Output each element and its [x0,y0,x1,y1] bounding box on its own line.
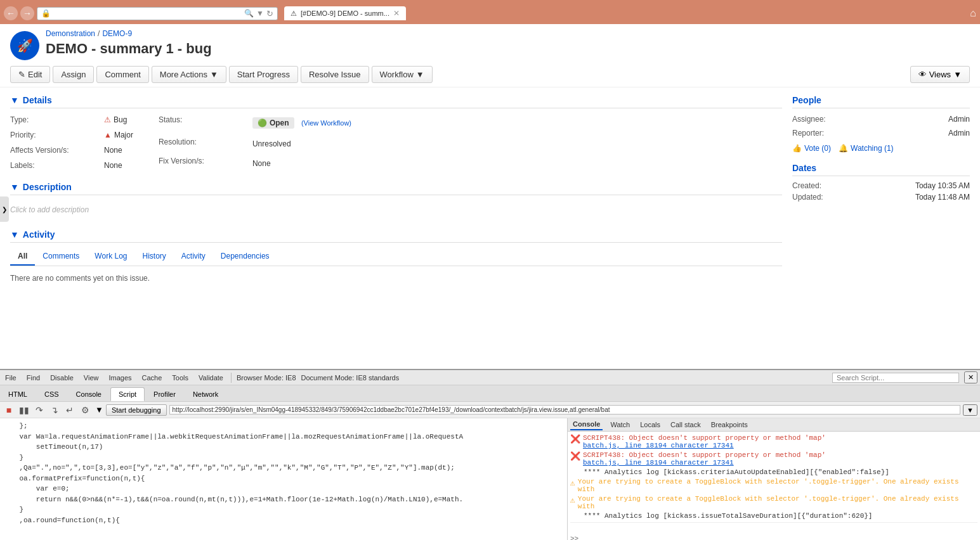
refresh-button[interactable]: ↻ [266,9,273,18]
priority-label: Priority: [10,129,99,141]
status-value: 🟢 Open (View Workflow) [252,113,351,133]
code-line-1: }; [3,421,565,432]
more-actions-label: More Actions [160,70,207,79]
sidebar-toggle[interactable]: ❯ [0,196,9,222]
devtools-settings-button[interactable]: ⚙ [79,404,91,416]
console-warn-1: Your are trying to create a ToggleBlock … [578,478,977,493]
tab-activity[interactable]: Activity [174,248,213,266]
devtools-tab-css[interactable]: CSS [36,387,67,401]
console-error-link-1[interactable]: batch.js, line 18194 character 17341 [583,442,734,449]
devtools-step-out-button[interactable]: ↵ [63,404,76,416]
affects-label: Affects Version/s: [10,144,99,157]
description-placeholder[interactable]: Click to add description [10,200,782,219]
updated-label: Updated: [792,193,843,202]
tab-comments[interactable]: Comments [35,248,87,266]
views-button[interactable]: 👁 Views ▼ [910,66,970,83]
devtools-menu-images[interactable]: Images [106,373,134,382]
devtools-menu-find[interactable]: Find [24,373,42,382]
devtools-settings-dropdown[interactable]: ▼ [95,405,103,415]
devtools-stop-button[interactable]: ■ [3,404,15,416]
devtools-menu-cache[interactable]: Cache [140,373,165,382]
fix-label: Fix Version/s: [159,155,247,172]
bell-icon: 🔔 [839,144,848,153]
watch-button[interactable]: 🔔 Watching (1) [839,144,894,153]
vote-watch-row: 👍 Vote (0) 🔔 Watching (1) [792,144,970,153]
devtools-menu-disable[interactable]: Disable [48,373,76,382]
devtools-menu-file[interactable]: File [3,373,19,382]
description-arrow-icon: ▼ [10,182,19,192]
details-container: Type: ⚠ Bug Priority: ▲ Major Affects Ve… [10,113,782,182]
more-actions-button[interactable]: More Actions ▼ [152,66,226,83]
vote-button[interactable]: 👍 Vote (0) [792,144,831,153]
comment-label: Comment [105,70,140,79]
devtools-tab-html[interactable]: HTML [0,387,36,401]
resolution-label: Resolution: [159,136,247,153]
edit-button[interactable]: ✎ Edit [10,66,50,83]
devtools-menu-view[interactable]: View [81,373,101,382]
devtools-menu-tools[interactable]: Tools [169,373,191,382]
description-title: Description [23,182,72,192]
view-workflow-link[interactable]: (View Workflow) [301,119,351,127]
type-value: ⚠ Bug [104,113,133,126]
watching-label: Watching (1) [851,144,894,153]
breadcrumb-issue-link[interactable]: DEMO-9 [102,29,132,38]
issue-header-row: 🚀 Demonstration / DEMO-9 DEMO - summary … [0,24,980,62]
people-section: People Assignee: Admin Reporter: Admin 👍… [792,95,970,153]
console-entry-2: ❌ SCRIPT438: Object doesn't support prop… [570,451,977,466]
side-column: People Assignee: Admin Reporter: Admin 👍… [792,95,970,355]
tab-work-log[interactable]: Work Log [87,248,134,266]
active-tab[interactable]: ⚠ [#DEMO-9] DEMO - summ... ✕ [284,6,406,20]
console-error-link-2[interactable]: batch.js, line 18194 character 17341 [583,459,734,466]
resolve-issue-button[interactable]: Resolve Issue [301,66,369,83]
devtools-url-menu-button[interactable]: ▼ [963,404,977,416]
code-line-2: var Wa=la.requestAnimationFrame||la.webk… [3,432,565,442]
reporter-label: Reporter: [792,127,943,139]
console-tab-locals[interactable]: Locals [637,420,663,430]
type-label: Type: [10,113,99,126]
tab-close-button[interactable]: ✕ [393,9,400,18]
code-line-8: return n&&(0>n&&(n*=-1),t&&(n=oa.round(n… [3,494,565,505]
browser-chrome: ← → 🔒 http://localhost:2990/jira/browse/… [0,0,980,24]
tab-bar: ⚠ [#DEMO-9] DEMO - summ... ✕ [284,6,406,20]
devtools-close-button[interactable]: ✕ [964,371,977,383]
devtools-tab-script[interactable]: Script [110,387,145,401]
devtools-tab-console[interactable]: Console [68,387,110,401]
workflow-button[interactable]: Workflow ▼ [372,66,433,83]
warn-icon-1: ⚠ [570,478,575,488]
devtools-url-bar: http://localhost:2990/jira/s/en_INsm04gg… [169,405,961,415]
start-progress-button[interactable]: Start Progress [229,66,298,83]
breadcrumb-separator: / [98,29,100,38]
devtools-pause-button[interactable]: ▮▮ [18,404,30,416]
devtools-menu-validate[interactable]: Validate [196,373,226,382]
labels-value: None [104,159,133,172]
tab-all[interactable]: All [10,248,35,266]
error-icon-2: ❌ [570,451,580,461]
back-button[interactable]: ← [4,6,18,20]
console-tabs: Console Watch Locals Call stack Breakpoi… [568,418,980,432]
devtools-tab-network[interactable]: Network [185,387,226,401]
devtools-step-over-button[interactable]: ↷ [33,404,46,416]
breadcrumb-project-link[interactable]: Demonstration [46,29,95,38]
script-search-input[interactable] [832,373,959,383]
console-tab-breakpoints[interactable]: Breakpoints [709,420,750,430]
forward-button[interactable]: → [20,6,34,20]
activity-section-header: ▼ Activity [10,229,782,243]
tab-dependencies[interactable]: Dependencies [213,248,277,266]
url-input[interactable]: http://localhost:2990/jira/browse/DEMO-9 [53,9,242,18]
tab-history[interactable]: History [135,248,174,266]
console-tab-watch[interactable]: Watch [608,420,632,430]
console-prompt[interactable]: >> [570,535,977,540]
console-info-2: **** Analytics log [kickass.issueTotalSa… [584,512,872,520]
assign-button[interactable]: Assign [53,66,94,83]
console-tab-console[interactable]: Console [570,419,603,430]
devtools-step-in-button[interactable]: ↴ [48,404,61,416]
assignee-value: Admin [948,113,970,125]
comment-button[interactable]: Comment [96,66,148,83]
start-debugging-button[interactable]: Start debugging [106,404,167,416]
home-icon[interactable]: ⌂ [970,8,976,19]
console-tab-callstack[interactable]: Call stack [668,420,703,430]
views-chevron-icon: ▼ [953,70,962,79]
devtools-body: }; var Wa=la.requestAnimationFrame||la.w… [0,418,980,540]
dates-grid: Created: Today 10:35 AM Updated: Today 1… [792,181,970,202]
devtools-tab-profiler[interactable]: Profiler [145,387,184,401]
